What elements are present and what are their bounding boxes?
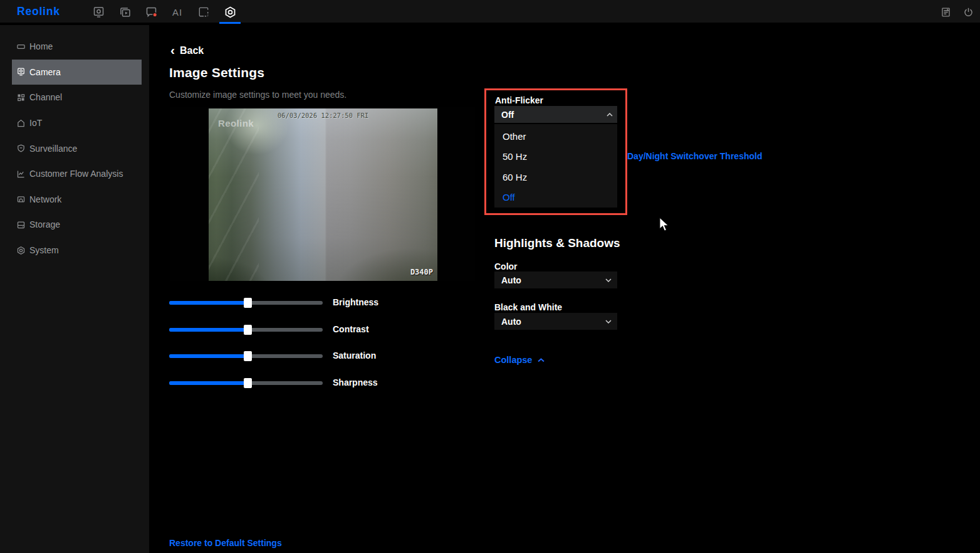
highlights-shadows-title: Highlights & Shadows — [494, 236, 620, 250]
anti-flicker-label: Anti-Flicker — [495, 95, 543, 105]
display-icon — [92, 6, 105, 19]
tab-messages[interactable] — [142, 0, 160, 24]
storage-icon — [16, 220, 26, 229]
page-subtitle: Customize image settings to meet you nee… — [169, 90, 347, 100]
contrast-label: Contrast — [333, 324, 369, 334]
sharpness-slider-thumb[interactable] — [244, 378, 252, 388]
saturation-label: Saturation — [333, 350, 376, 361]
power-icon — [962, 6, 974, 18]
sidebar-item-surveillance[interactable]: Surveillance — [12, 135, 142, 161]
collapse-link[interactable]: Collapse — [494, 355, 545, 365]
sharpness-slider-fill — [169, 381, 248, 385]
page: Reolink AI — [0, 0, 980, 553]
saturation-slider[interactable]: Saturation — [169, 354, 323, 358]
brightness-label: Brightness — [333, 297, 378, 307]
sidebar-item-home[interactable]: Home — [12, 34, 142, 60]
log-button[interactable] — [939, 0, 952, 24]
contrast-slider-thumb[interactable] — [244, 325, 252, 335]
sharpness-label: Sharpness — [333, 377, 378, 387]
color-label: Color — [494, 261, 518, 271]
contrast-slider[interactable]: Contrast — [169, 328, 323, 332]
chevron-up-icon — [607, 113, 613, 117]
topbar-nav: AI — [90, 0, 239, 24]
restore-defaults-link[interactable]: Restore to Default Settings — [169, 538, 282, 548]
reolink-logo: Reolink — [17, 0, 60, 23]
notification-dot — [153, 13, 157, 16]
option-60hz[interactable]: 60 Hz — [494, 167, 617, 187]
tab-ai[interactable]: AI — [169, 0, 186, 24]
channel-icon — [16, 93, 26, 102]
ai-icon: AI — [172, 7, 182, 18]
system-gear-icon — [16, 246, 26, 255]
chevron-down-icon — [605, 278, 612, 282]
anti-flicker-select[interactable]: Off — [494, 106, 617, 123]
collapse-chevron-up-icon — [538, 358, 545, 362]
sidebar-item-camera[interactable]: Camera — [12, 60, 142, 85]
sidebar-item-customer-flow[interactable]: Customer Flow Analysis — [12, 161, 142, 187]
tab-playback[interactable] — [116, 0, 133, 24]
anti-flicker-options: Other 50 Hz 60 Hz Off — [494, 124, 617, 208]
power-button[interactable] — [961, 0, 975, 24]
camera-video-frame: 06/03/2026 12:27:50 FRI Reolink D340P — [209, 108, 437, 281]
sidebar-item-network[interactable]: Network — [12, 187, 142, 213]
saturation-slider-thumb[interactable] — [244, 351, 252, 361]
shield-icon — [16, 144, 26, 153]
chart-icon — [16, 169, 26, 179]
sidebar-item-storage[interactable]: Storage — [12, 212, 142, 238]
iot-icon — [16, 118, 26, 128]
contrast-slider-fill — [169, 328, 248, 332]
video-watermark: Reolink — [218, 118, 254, 129]
tab-scenes[interactable] — [195, 0, 212, 24]
camera-icon — [16, 67, 26, 76]
gear-icon — [224, 6, 237, 19]
network-icon — [16, 194, 26, 204]
saturation-slider-fill — [169, 354, 248, 358]
sidebar-item-system[interactable]: System — [12, 238, 142, 263]
anti-flicker-highlight-box: Anti-Flicker Off Other 50 Hz 60 Hz Off — [484, 88, 627, 215]
brightness-slider-fill — [169, 301, 248, 305]
home-icon — [16, 42, 26, 51]
video-model-label: D340P — [410, 268, 433, 276]
page-title: Image Settings — [169, 65, 264, 80]
topbar-right — [939, 0, 975, 24]
color-select[interactable]: Auto — [494, 271, 617, 288]
topbar: Reolink AI — [0, 0, 980, 24]
scene-frame-icon — [197, 6, 210, 18]
sidebar: Home Camera Channel IoT Surveillance Cus… — [0, 25, 149, 553]
back-button[interactable]: ‹Back — [170, 45, 204, 56]
log-icon — [940, 6, 952, 18]
back-chevron-icon: ‹ — [170, 46, 175, 55]
sharpness-slider[interactable]: Sharpness — [169, 381, 323, 385]
camera-preview: 06/03/2026 12:27:50 FRI Reolink D340P — [170, 107, 475, 281]
black-white-label: Black and White — [494, 302, 562, 312]
tab-display[interactable] — [90, 0, 107, 24]
option-other[interactable]: Other — [494, 126, 617, 147]
chevron-down-icon — [605, 320, 612, 324]
option-off[interactable]: Off — [494, 187, 617, 208]
mouse-cursor — [659, 216, 670, 233]
tab-settings[interactable] — [221, 0, 239, 24]
brightness-slider-thumb[interactable] — [244, 298, 252, 308]
messages-icon — [145, 6, 158, 19]
sidebar-item-iot[interactable]: IoT — [12, 110, 142, 136]
day-night-threshold-link[interactable]: Day/Night Switchover Threshold — [627, 151, 762, 161]
sidebar-item-channel[interactable]: Channel — [12, 85, 142, 110]
option-50hz[interactable]: 50 Hz — [494, 147, 617, 167]
black-white-select[interactable]: Auto — [494, 313, 617, 330]
brightness-slider[interactable]: Brightness — [169, 301, 323, 305]
playback-icon — [118, 6, 132, 19]
